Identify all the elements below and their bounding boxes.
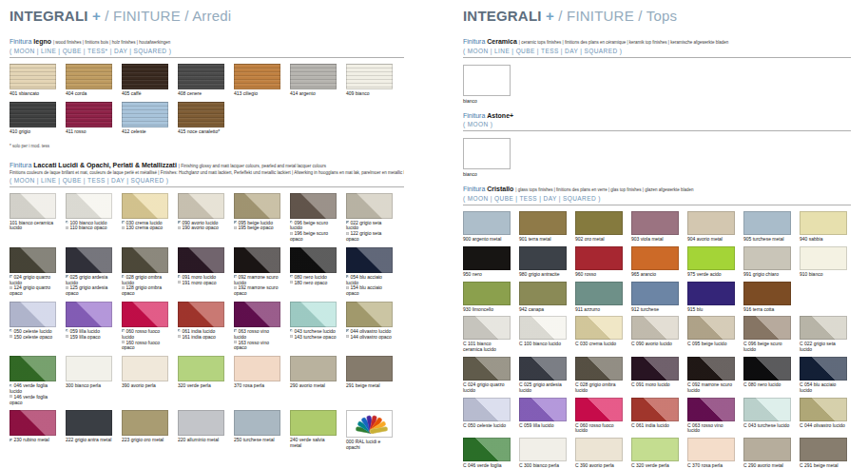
swatch-cell: 390 avorio perla (122, 356, 168, 405)
swatch-cell: 095 beige lucido195 beige opaco (234, 193, 280, 243)
color-swatch (800, 246, 847, 270)
swatch-label: 030 crema lucido130 crema opaco (122, 221, 168, 232)
color-swatch (122, 64, 168, 89)
gloss-marker-icon (290, 329, 293, 332)
swatch-label: 991 grigio chiaro (743, 272, 791, 278)
gloss-marker-icon (66, 275, 68, 278)
page-title-arredi: INTEGRALI + / FINITURE / Arredi (10, 8, 404, 24)
swatch-label: 091 moro lucido191 moro opaco (178, 275, 224, 286)
color-swatch (122, 102, 168, 127)
swatch-cell: C 044 olivastro lucido (800, 398, 847, 435)
swatch-label: 415 noce canaletto* (178, 129, 224, 135)
gloss-marker-icon (346, 275, 349, 278)
swatch-label: C 090 avorio lucido (631, 342, 679, 347)
matt-marker-icon (290, 232, 293, 235)
swatch-label: C 390 avorio perla (575, 463, 623, 469)
color-swatch (463, 316, 511, 340)
swatch-label: 096 beige scuro lucido196 beige scuro op… (290, 221, 337, 243)
swatch-cell: C 030 crema lucido (575, 316, 623, 353)
swatch-label: C 100 bianco lucido (519, 342, 567, 347)
swatch-cell: 940 sabbia (800, 211, 847, 243)
swatch-label: 095 beige lucido195 beige opaco (234, 221, 280, 232)
gloss-marker-icon (234, 221, 237, 224)
swatch-row: 410 grigio411 rosso412 celeste415 noce c… (10, 102, 404, 135)
swatch-cell: 910 bianco (800, 246, 847, 278)
swatch-cell: C 022 grigio seta lucido (800, 316, 847, 353)
swatch-label: C 291 beige metal (800, 463, 847, 469)
color-swatch (66, 247, 112, 273)
swatch-label: 411 rosso (66, 129, 112, 135)
finitura-label: Finitura (10, 38, 31, 45)
swatch-label: 915 blu (687, 307, 735, 313)
color-swatch (575, 398, 623, 421)
swatch-label: 916 terra cotta (743, 307, 791, 313)
color-swatch (290, 410, 337, 436)
swatch-cell: C 300 bianco perla (519, 438, 567, 469)
swatch-cell: C 061 india lucido (631, 398, 679, 435)
swatch-row: 930 limoncello942 canapa911 azzurro912 t… (463, 282, 851, 313)
swatch-cell: 050 celeste lucido150 celeste opaco (10, 302, 56, 351)
swatch-label: 050 celeste lucido150 celeste opaco (10, 329, 56, 341)
swatch-label: 300 bianco perla (66, 383, 112, 389)
color-swatch (122, 356, 168, 381)
swatch-label: 408 cenere (178, 91, 224, 97)
gloss-marker-icon (234, 275, 237, 278)
gloss-marker-icon (122, 221, 125, 224)
swatch-cell: C 101 bianco ceramica lucido (463, 316, 511, 353)
color-swatch (66, 64, 112, 89)
color-swatch (234, 247, 280, 273)
swatch-label: 980 grigio antracite (519, 272, 567, 278)
swatch-label: C 091 moro lucido (631, 382, 679, 388)
swatch-cell: 411 rosso (66, 102, 112, 135)
finish-name: Astone+ (487, 112, 513, 119)
color-swatch (290, 247, 337, 273)
swatch-label: 390 avorio perla (122, 383, 168, 389)
finish-name: Ceramica (487, 38, 517, 45)
swatch-cell: 415 noce canaletto* (178, 102, 224, 135)
swatch-label: 910 bianco (800, 272, 847, 278)
swatch-label: 222 grigio antra metal (66, 438, 112, 443)
section-title: Finitura legno | wood finishes | finitio… (10, 38, 404, 47)
color-swatch (234, 302, 280, 327)
swatch-cell: C 095 beige lucido (687, 316, 735, 353)
matt-marker-icon (178, 226, 181, 229)
color-swatch (234, 64, 280, 89)
divider (10, 186, 404, 187)
swatch-label: C 050 celeste lucido (463, 423, 511, 429)
swatch-cell: 025 grigio ardesia lucido125 grigio arde… (66, 247, 112, 297)
color-swatch (463, 282, 511, 305)
matt-marker-icon (178, 335, 181, 338)
swatch-cell: 980 grigio antracite (519, 246, 567, 278)
gloss-marker-icon (346, 221, 349, 224)
color-swatch (463, 246, 511, 270)
swatch-cell: 054 blu acciaio lucido154 blu acciaio op… (346, 247, 393, 297)
swatch-cell: C 390 avorio perla (575, 438, 623, 469)
color-swatch (575, 211, 623, 235)
swatch-label: 404 corda (66, 91, 112, 97)
section-finitura-cristallo: Finitura Cristallo | glass tops finishes… (463, 186, 851, 469)
color-swatch (687, 282, 735, 305)
swatch-label: 025 grigio ardesia lucido125 grigio arde… (66, 275, 112, 297)
swatch-label: 220 alluminio metal (178, 438, 224, 443)
swatch-label: 950 nero (463, 272, 511, 278)
matt-marker-icon (122, 226, 125, 229)
swatch-cell: 916 terra cotta (743, 282, 791, 313)
swatch-label: C 060 rosso fuoco lucido (575, 423, 623, 435)
swatch-cell: 320 verde perla (178, 356, 224, 405)
swatch-row: 401 sbiancato404 corda405 caffè408 cener… (10, 64, 404, 97)
swatch-label: C 095 beige lucido (687, 342, 735, 347)
cristallo-swatch-grid: 900 argento metal901 terra metal902 oro … (463, 211, 851, 469)
finish-name: Cristallo (487, 186, 513, 192)
finitura-label: Finitura (10, 162, 31, 168)
matt-marker-icon (234, 341, 237, 343)
swatch-cell: 901 terra metal (519, 211, 567, 243)
color-swatch (575, 316, 623, 340)
matt-marker-icon (122, 341, 125, 343)
color-swatch (463, 211, 511, 235)
swatch-label: C 092 marrone scuro lucido (687, 382, 735, 394)
swatch-label: C 101 bianco ceramica lucido (463, 342, 511, 353)
swatch-label: 101 bianco ceramica lucido (10, 221, 56, 232)
swatch-label: 975 verde acido (687, 272, 735, 278)
swatch-cell: C 092 marrone scuro lucido (687, 357, 735, 394)
finitura-label: Finitura (463, 186, 485, 192)
